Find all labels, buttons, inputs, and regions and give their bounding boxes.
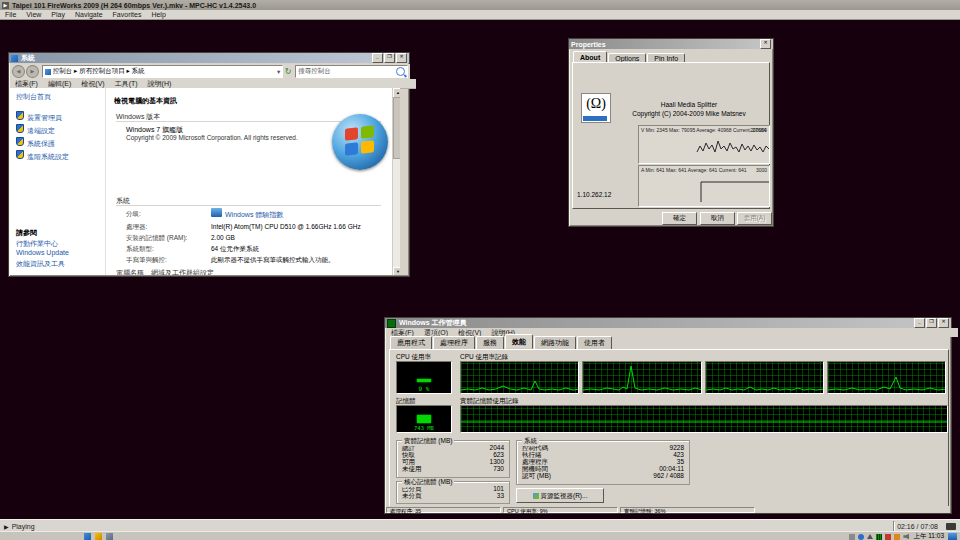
breadcrumb[interactable]: 控制台 ▸ 所有控制台項目 ▸ 系統 [53,67,145,76]
performance-tab-page: CPU 使用率 9 % CPU 使用率記錄 [389,349,949,507]
video-bitrate-line [639,126,769,163]
mpc-menu-favorites[interactable]: Favorites [113,11,142,18]
stat-value: 101 [493,485,504,492]
shield-icon [16,150,24,159]
windows-experience-index-link[interactable]: Windows 體驗指數 [225,210,283,220]
audio-bitrate-graph: A Min: 641 Max: 641 Average: 641 Current… [638,165,770,207]
page-title: 檢視電腦的基本資訊 [114,96,177,106]
cpu-history-graphs [460,361,946,392]
control-panel-nav-bar: ◀ ▶ 控制台 ▸ 所有控制台項目 ▸ 系統 ▾ ↻ 搜尋控制台 [10,64,410,79]
maximize-button[interactable]: ❐ [384,53,395,63]
cp-menu-help[interactable]: 說明(H) [148,79,172,89]
mpc-menu-play[interactable]: Play [51,11,65,18]
tab-users[interactable]: 使用者 [577,336,612,350]
pen-touch-label: 手寫筆與觸控: [126,256,167,265]
playback-time: 02:16 / 07:08 [897,523,938,530]
tray-printer-icon[interactable] [849,534,855,540]
quick-launch-desktop-icon[interactable] [106,533,113,540]
quick-launch-explorer-icon[interactable] [95,533,102,540]
resource-monitor-button[interactable]: 資源監視器(R)... [516,488,604,503]
stat-value: 35 [677,458,684,465]
cp-menu-view[interactable]: 檢視(V) [81,79,104,89]
vertical-scrollbar[interactable]: ▲ ▼ [392,88,400,275]
control-panel-sidebar: 控制台首頁 裝置管理員 遠端設定 系統保護 進階系統設定 請參閱 行動作業中心 … [10,88,106,275]
sidebar-item-home[interactable]: 控制台首頁 [16,92,51,102]
minimize-button[interactable]: _ [372,53,383,63]
close-button[interactable]: ✕ [396,53,407,63]
search-box[interactable]: 搜尋控制台 [295,65,408,78]
tab-networking[interactable]: 網路功能 [534,336,576,350]
scroll-down-button[interactable]: ▼ [393,267,400,275]
computer-icon [45,69,51,75]
stat-label: 未使用 [402,465,422,472]
tray-update-icon[interactable] [894,534,900,540]
status-physical-memory: 實體記憶體: 36% [620,507,755,513]
back-button[interactable]: ◀ [12,65,25,78]
quick-launch-player-icon[interactable] [84,533,91,540]
quick-launch [84,533,113,540]
mpc-title-bar[interactable]: ▶ Taipei 101 FireWorks 2009 (H 264 60mbp… [0,0,960,10]
mpc-menu-help[interactable]: Help [151,11,165,18]
mpc-menu-navigate[interactable]: Navigate [75,11,103,18]
video-bitrate-graph: V Min: 2345 Max: 79095 Average: 40968 Cu… [638,125,770,164]
cp-menu-file[interactable]: 檔案(F) [15,79,38,89]
task-manager-status-bar: 處理程序: 35 CPU 使用率: 9% 實體記憶體: 36% [386,506,950,513]
mpc-title-text: Taipei 101 FireWorks 2009 (H 264 60mbps … [12,2,256,9]
search-input[interactable]: 搜尋控制台 [298,67,331,76]
status-processes: 處理程序: 35 [386,507,501,513]
pen-touch-value: 此顯示器不提供手寫筆或觸控式輸入功能。 [211,256,335,265]
computer-name-section-title: 電腦名稱、網域及工作群組設定 [116,268,214,275]
desktop: { "mpc": { "title": "Taipei 101 FireWork… [0,0,960,540]
system-type-value: 64 位元作業系統 [211,245,259,254]
mpc-menu-file[interactable]: File [5,11,16,18]
properties-title-bar[interactable]: Properties ✕ [569,39,773,49]
minimize-button[interactable]: _ [914,318,925,328]
sidebar-item-windows-update[interactable]: Windows Update [16,249,69,256]
tray-cpu-meter-icon[interactable] [876,534,882,540]
stat-value: 33 [497,492,504,499]
cp-menu-tools[interactable]: 工具(T) [115,79,138,89]
cancel-button[interactable]: 取消 [700,212,735,225]
ram-value: 2.00 GB [211,234,235,241]
close-button[interactable]: ✕ [760,39,771,49]
sidebar-item-action-center[interactable]: 行動作業中心 [16,239,58,249]
cp-menu-edit[interactable]: 編輯(E) [48,79,71,89]
system-type-label: 系統類型: [126,245,154,254]
input-language-icon[interactable] [948,533,957,540]
apply-button: 套用(A) [737,212,772,225]
tab-performance[interactable]: 效能 [505,334,533,349]
chevron-down-icon[interactable]: ▾ [277,68,280,76]
address-bar[interactable]: 控制台 ▸ 所有控制台項目 ▸ 系統 ▾ [42,65,283,78]
tray-help-icon[interactable] [858,534,864,540]
close-button[interactable]: ✕ [938,318,949,328]
control-panel-window-icon [11,55,18,62]
control-panel-title-bar[interactable]: 系統 _ ❐ ✕ [9,53,409,63]
tab-applications[interactable]: 應用程式 [390,336,432,350]
memory-meter: 743 MB [396,405,452,433]
tab-services[interactable]: 服務 [476,336,504,350]
tray-volume-icon[interactable] [903,534,909,540]
memory-history-graph [460,405,948,433]
mpc-menu-bar: File View Play Navigate Favorites Help [0,10,960,20]
stat-value: 1300 [490,458,504,465]
task-manager-title-bar[interactable]: Windows 工作管理員 _ ❐ ✕ [385,318,951,328]
task-manager-icon [387,319,396,328]
taskbar-clock[interactable]: 上午 11:03 [913,532,944,540]
maximize-button[interactable]: ❐ [926,318,937,328]
sidebar-item-performance-tools[interactable]: 效能資訊及工具 [16,259,65,269]
refresh-icon[interactable]: ↻ [283,66,293,77]
system-info-pane: 檢視電腦的基本資訊 Windows 版本 Windows 7 旗艦版 Copyr… [106,88,392,275]
sidebar-item-advanced-settings[interactable]: 進階系統設定 [16,145,69,163]
product-copyright: Copyright (C) 2004-2009 Mike Matsnev [613,110,765,117]
tray-error-icon[interactable] [885,534,891,540]
audio-bitrate-line [639,166,769,206]
stat-value: 00:04:11 [659,465,684,472]
forward-button[interactable]: ▶ [26,65,39,78]
see-also-heading: 請參閱 [16,228,37,238]
scrollbar-thumb[interactable] [393,97,400,159]
tray-show-hidden-icon[interactable] [867,534,873,539]
ok-button[interactable]: 確定 [662,212,697,225]
mpc-menu-view[interactable]: View [26,11,41,18]
cpu-core1-graph [460,361,579,394]
tab-processes[interactable]: 處理程序 [433,336,475,350]
